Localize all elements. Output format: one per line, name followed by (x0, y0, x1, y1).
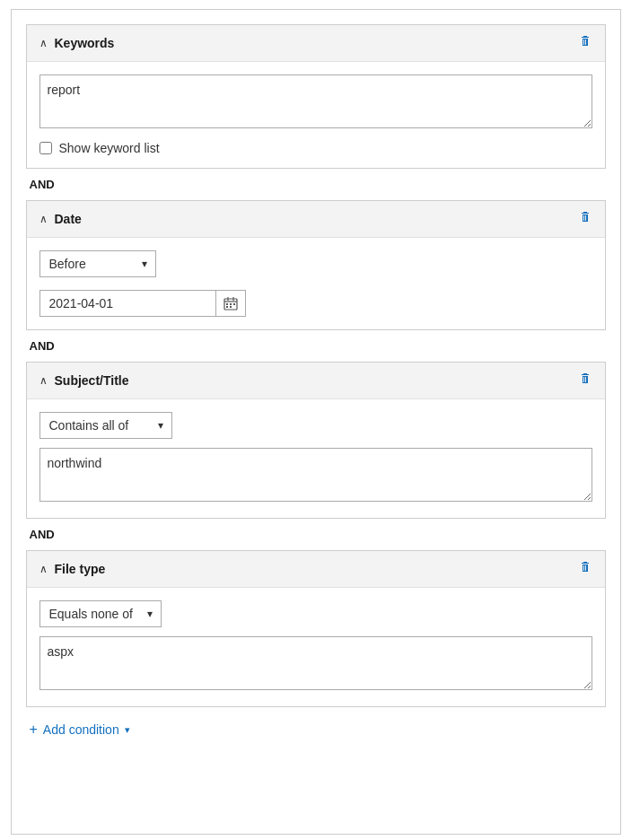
show-keyword-list-checkbox[interactable] (39, 142, 52, 154)
subject-header-left: ∧ Subject/Title (39, 373, 129, 388)
filetype-title: File type (55, 562, 106, 576)
calendar-button[interactable] (216, 290, 246, 317)
filetype-delete-icon[interactable] (578, 560, 592, 578)
and-separator-3: AND (26, 519, 606, 550)
filetype-input[interactable] (39, 636, 592, 690)
svg-rect-4 (226, 303, 228, 305)
keywords-section: ∧ Keywords Show keyword list (26, 24, 606, 169)
subject-delete-icon[interactable] (578, 372, 592, 389)
and-separator-1: AND (26, 169, 606, 200)
add-condition-label: Add condition (43, 722, 119, 737)
date-filter-select[interactable]: Before After On Between (39, 250, 156, 277)
subject-body: Contains all of Contains any of Does not… (27, 399, 605, 518)
svg-rect-7 (226, 306, 228, 308)
show-keyword-list-label: Show keyword list (59, 141, 160, 155)
keywords-title: Keywords (55, 36, 115, 50)
subject-filter-dropdown-wrapper: Contains all of Contains any of Does not… (39, 412, 172, 439)
subject-title: Subject/Title (55, 373, 129, 388)
keywords-header-left: ∧ Keywords (39, 36, 115, 50)
svg-rect-8 (230, 306, 232, 308)
keywords-header: ∧ Keywords (27, 25, 605, 62)
date-title: Date (55, 212, 82, 226)
filetype-section: ∧ File type Equals none of Equals any of… (26, 550, 606, 707)
subject-header: ∧ Subject/Title (27, 363, 605, 399)
svg-rect-6 (233, 303, 235, 305)
keywords-body: Show keyword list (27, 62, 605, 168)
keywords-input[interactable] (39, 74, 592, 128)
keywords-delete-icon[interactable] (578, 34, 592, 52)
filetype-header-left: ∧ File type (39, 562, 106, 576)
date-value-input[interactable] (39, 290, 216, 317)
subject-section: ∧ Subject/Title Contains all of Contains… (26, 362, 606, 519)
date-input-row (39, 290, 592, 317)
date-chevron-icon[interactable]: ∧ (39, 213, 48, 225)
filetype-filter-select[interactable]: Equals none of Equals any of Contains (39, 600, 162, 627)
show-keyword-list-row: Show keyword list (39, 141, 592, 155)
date-header: ∧ Date (27, 201, 605, 238)
and-separator-2: AND (26, 330, 606, 362)
add-condition-plus-icon: + (30, 722, 38, 738)
add-condition-chevron-icon: ▾ (125, 724, 130, 736)
date-filter-dropdown-wrapper: Before After On Between (39, 250, 156, 277)
svg-rect-5 (230, 303, 232, 305)
filetype-header: ∧ File type (27, 551, 605, 588)
date-section: ∧ Date Before After On Between (26, 200, 606, 330)
keywords-chevron-icon[interactable]: ∧ (39, 37, 48, 49)
subject-filter-select[interactable]: Contains all of Contains any of Does not… (39, 412, 172, 439)
date-header-left: ∧ Date (39, 212, 82, 226)
main-container: ∧ Keywords Show keyword list AND ∧ Date (11, 9, 621, 835)
filetype-body: Equals none of Equals any of Contains (27, 588, 605, 706)
date-body: Before After On Between (27, 238, 605, 329)
date-delete-icon[interactable] (578, 210, 592, 228)
subject-input[interactable] (39, 448, 592, 502)
filetype-filter-dropdown-wrapper: Equals none of Equals any of Contains (39, 600, 162, 627)
add-condition-row[interactable]: + Add condition ▾ (26, 707, 606, 741)
filetype-chevron-icon[interactable]: ∧ (39, 563, 48, 575)
subject-chevron-icon[interactable]: ∧ (39, 374, 48, 387)
